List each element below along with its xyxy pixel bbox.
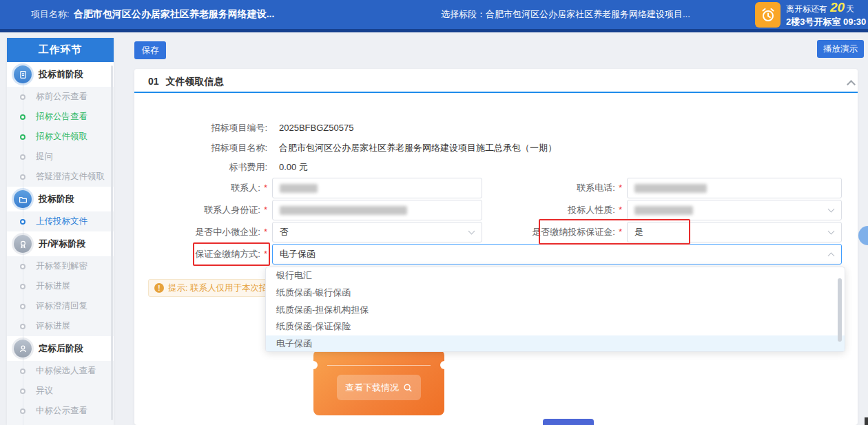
bid-countdown: 离开标还有 20 天 2楼3号开标室 09:30 — [786, 1, 867, 29]
sidebar-item-label: 评标澄清回复 — [36, 300, 87, 312]
hint-text: 提示: 联系人仅用于本次招标 — [168, 282, 276, 294]
view-download-status-label: 查看下载情况 — [345, 382, 399, 394]
chevron-up-icon — [828, 253, 835, 260]
sidebar-item-eval-clarify-reply[interactable]: 评标澄清回复 — [7, 296, 114, 316]
sidebar-section-label: 开/评标阶段 — [39, 238, 86, 250]
sidebar-item-label: 上传投标文件 — [36, 216, 87, 227]
sidebar-item-question[interactable]: 提问 — [7, 147, 114, 167]
sme-value: 否 — [280, 226, 289, 238]
project-name-label: 项目名称: — [31, 8, 70, 21]
sidebar-section-post-award[interactable]: 定标后阶段 — [7, 336, 114, 361]
dropdown-scrollbar[interactable] — [838, 278, 842, 342]
section-number: 01 — [148, 76, 159, 88]
sidebar-item-open-progress[interactable]: 开标进展 — [7, 276, 114, 296]
sidebar-section-bidding[interactable]: 投标阶段 — [7, 187, 114, 211]
step-dot-icon — [20, 304, 25, 309]
deposit-method-dropdown: 银行电汇 纸质保函-银行保函 纸质保函-担保机构担保 纸质保函-保证保险 电子保… — [265, 267, 845, 352]
section-title-text: 文件领取信息 — [166, 76, 224, 88]
project-name-field-value: 合肥市包河区公办居家社区养老服务网络建设项目施工总承包（一期） — [279, 138, 557, 158]
search-icon — [403, 383, 413, 393]
id-card-label: 联系人身份证:* — [134, 200, 267, 220]
document-icon — [14, 65, 32, 83]
step-dot-icon — [20, 369, 25, 374]
section-title: 01 文件领取信息 — [148, 76, 224, 88]
sidebar-item-win-publicity-view[interactable]: 中标公示查看 — [7, 401, 114, 421]
step-dot-icon — [20, 114, 25, 120]
project-no-label: 招标项目编号: — [134, 118, 267, 138]
step-dot-icon — [20, 388, 25, 394]
project-name-value: 合肥市包河区公办居家社区养老服务网络建设... — [74, 8, 275, 21]
sidebar-item-pre-publicity[interactable]: 标前公示查看 — [7, 87, 114, 107]
redacted-value — [634, 206, 693, 215]
doc-fee-value: 0.00 元 — [279, 157, 308, 178]
sidebar-item-open-signin-decrypt[interactable]: 开标签到解密 — [7, 256, 114, 276]
sidebar-item-label: 中标候选人查看 — [36, 365, 96, 377]
corner-fragment — [865, 417, 868, 425]
save-button[interactable]: 保存 — [134, 41, 166, 59]
sidebar-item-win-notice-view[interactable]: 中标通知书查看 — [7, 421, 114, 425]
sidebar-item-clarification-collect[interactable]: 答疑澄清文件领取 — [7, 167, 114, 187]
step-dot-icon — [20, 324, 25, 329]
bidder-nature-select[interactable] — [627, 200, 842, 220]
bid-section-selector[interactable]: 选择标段：合肥市包河区公办居家社区养老服务网络建设项目... — [441, 8, 690, 21]
folder-icon — [14, 190, 32, 208]
sidebar-item-upload-bid-file[interactable]: 上传投标文件 — [7, 211, 114, 231]
sidebar-item-winner-candidate-view[interactable]: 中标候选人查看 — [7, 361, 114, 381]
alarm-clock-icon — [755, 2, 781, 28]
deposit-required-select[interactable]: 是 — [627, 222, 842, 242]
sidebar-section-label: 投标阶段 — [39, 193, 74, 205]
redacted-value — [634, 184, 707, 193]
project-no-value: 2025BFBGZ50575 — [279, 118, 353, 138]
play-demo-button[interactable]: 播放演示 — [817, 40, 864, 58]
header-divider — [0, 29, 868, 32]
user-icon — [14, 340, 32, 357]
sidebar-item-label: 答疑澄清文件领取 — [36, 171, 105, 183]
dropdown-option-paper-bank-guarantee[interactable]: 纸质保函-银行保函 — [266, 284, 845, 302]
step-dot-icon — [20, 174, 25, 180]
section-divider — [134, 92, 858, 93]
bid-section-value: 合肥市包河区公办居家社区养老服务网络建设项目... — [486, 9, 690, 19]
deposit-method-value: 电子保函 — [280, 248, 316, 260]
view-download-status-button[interactable]: 查看下载情况 — [337, 375, 421, 400]
countdown-unit: 天 — [846, 3, 854, 15]
chevron-up-icon[interactable] — [847, 80, 856, 89]
sidebar-item-objection[interactable]: 异议 — [7, 381, 114, 401]
sidebar-item-document-collect[interactable]: 招标文件领取 — [7, 127, 114, 147]
redacted-value — [280, 184, 318, 193]
bid-room-info: 2楼3号开标室 09:30 — [786, 16, 867, 28]
step-dot-icon — [20, 134, 25, 140]
floating-helper-button[interactable] — [858, 226, 868, 245]
workflow-nav: 投标前阶段 标前公示查看 招标公告查看 招标文件领取 提问 答疑澄清文件领取 投… — [7, 62, 114, 425]
sidebar-section-open-evaluate[interactable]: 开/评标阶段 — [7, 231, 114, 256]
sme-label: 是否中小微企业:* — [134, 222, 267, 242]
phone-input[interactable] — [627, 178, 842, 198]
project-name-field-label: 招标项目名称: — [134, 138, 267, 158]
step-dot-icon — [20, 154, 25, 160]
sidebar-item-label: 异议 — [36, 385, 53, 397]
dropdown-option-bank-transfer[interactable]: 银行电汇 — [266, 267, 845, 284]
doc-fee-label: 标书费用: — [134, 157, 267, 178]
chevron-down-icon — [828, 228, 835, 235]
bid-section-label: 选择标段： — [441, 9, 486, 19]
dropdown-option-paper-agency-guarantee[interactable]: 纸质保函-担保机构担保 — [266, 302, 845, 319]
download-status-card: 查看下载情况 — [313, 350, 444, 415]
sidebar-item-label: 招标公告查看 — [36, 111, 87, 123]
partial-bottom-button[interactable] — [543, 419, 594, 425]
dropdown-option-paper-surety-insurance[interactable]: 纸质保函-保证保险 — [266, 318, 845, 335]
badge-icon — [14, 235, 32, 253]
step-dot-icon — [20, 219, 25, 225]
deposit-method-select[interactable]: 电子保函 — [272, 244, 842, 265]
sidebar-scrollbar[interactable] — [111, 65, 113, 420]
step-dot-icon — [20, 94, 25, 100]
deposit-required-label: 是否缴纳投标保证金:* — [424, 222, 622, 242]
sidebar-section-label: 定标后阶段 — [39, 342, 83, 355]
sidebar-item-announcement-view[interactable]: 招标公告查看 — [7, 107, 114, 127]
deposit-required-value: 是 — [634, 226, 643, 238]
sidebar-item-label: 开标进展 — [36, 280, 70, 292]
dropdown-option-e-guarantee[interactable]: 电子保函 — [266, 335, 845, 352]
sidebar-item-eval-progress[interactable]: 评标进展 — [7, 316, 114, 336]
sidebar-item-label: 开标签到解密 — [36, 260, 87, 272]
redacted-value — [280, 206, 407, 215]
countdown-prefix: 离开标还有 — [786, 3, 827, 15]
sidebar-section-pre-bid[interactable]: 投标前阶段 — [7, 62, 114, 87]
